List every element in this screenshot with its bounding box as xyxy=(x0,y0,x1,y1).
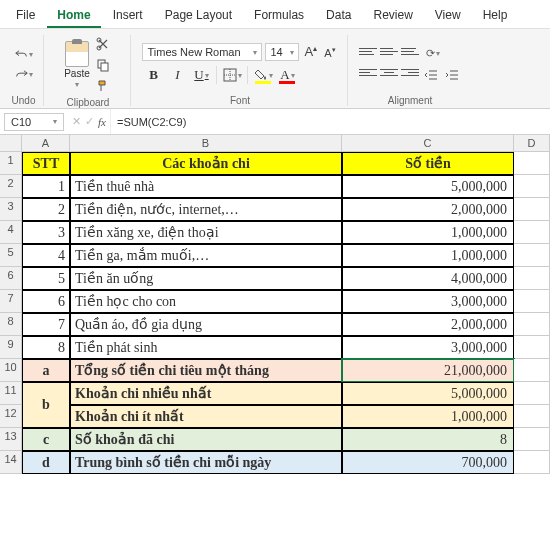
cell-a1[interactable]: STT xyxy=(22,152,70,175)
decrease-indent-icon[interactable] xyxy=(422,66,440,84)
accept-formula-icon[interactable]: ✓ xyxy=(85,115,94,128)
col-header-c[interactable]: C xyxy=(342,135,514,152)
paste-button[interactable]: Paste ▾ xyxy=(64,41,90,89)
cell-b12[interactable]: Khoản chi ít nhất xyxy=(70,405,342,428)
cell-a13[interactable]: c xyxy=(22,428,70,451)
cell-d9[interactable] xyxy=(514,336,550,359)
redo-icon[interactable]: ▾ xyxy=(15,65,33,83)
cell-d5[interactable] xyxy=(514,244,550,267)
cell-b8[interactable]: Quần áo, đồ gia dụng xyxy=(70,313,342,336)
cell-b3[interactable]: Tiền điện, nước, internet,… xyxy=(70,198,342,221)
cell-a10[interactable]: a xyxy=(22,359,70,382)
menu-help[interactable]: Help xyxy=(473,4,518,28)
cell-d2[interactable] xyxy=(514,175,550,198)
cell-a6[interactable]: 5 xyxy=(22,267,70,290)
decrease-font-icon[interactable]: A▾ xyxy=(322,46,337,59)
cell-b1[interactable]: Các khoản chi xyxy=(70,152,342,175)
row-header[interactable]: 10 xyxy=(0,359,22,382)
cell-c13[interactable]: 8 xyxy=(342,428,514,451)
row-header[interactable]: 8 xyxy=(0,313,22,336)
cell-d10[interactable] xyxy=(514,359,550,382)
row-header[interactable]: 6 xyxy=(0,267,22,290)
row-header[interactable]: 14 xyxy=(0,451,22,474)
format-painter-icon[interactable] xyxy=(94,77,112,95)
cell-b7[interactable]: Tiền học cho con xyxy=(70,290,342,313)
cell-d13[interactable] xyxy=(514,428,550,451)
font-size-select[interactable]: 14▾ xyxy=(265,43,299,61)
cancel-formula-icon[interactable]: ✕ xyxy=(72,115,81,128)
cell-c2[interactable]: 5,000,000 xyxy=(342,175,514,198)
cell-d1[interactable] xyxy=(514,152,550,175)
row-header[interactable]: 5 xyxy=(0,244,22,267)
cell-b13[interactable]: Số khoản đã chi xyxy=(70,428,342,451)
cell-a3[interactable]: 2 xyxy=(22,198,70,221)
increase-font-icon[interactable]: A▴ xyxy=(302,44,319,59)
cell-d7[interactable] xyxy=(514,290,550,313)
row-header[interactable]: 1 xyxy=(0,152,22,175)
align-top-icon[interactable] xyxy=(359,45,377,59)
row-header[interactable]: 12 xyxy=(0,405,22,428)
cell-a14[interactable]: d xyxy=(22,451,70,474)
cell-a11[interactable]: b xyxy=(22,382,70,428)
orientation-icon[interactable]: ⟳▾ xyxy=(422,45,444,63)
menu-home[interactable]: Home xyxy=(47,4,100,28)
cell-a4[interactable]: 3 xyxy=(22,221,70,244)
cell-c3[interactable]: 2,000,000 xyxy=(342,198,514,221)
copy-icon[interactable] xyxy=(94,56,112,74)
cell-d11[interactable] xyxy=(514,382,550,405)
cell-a8[interactable]: 7 xyxy=(22,313,70,336)
cell-c7[interactable]: 3,000,000 xyxy=(342,290,514,313)
row-header[interactable]: 11 xyxy=(0,382,22,405)
cell-d8[interactable] xyxy=(514,313,550,336)
cell-c5[interactable]: 1,000,000 xyxy=(342,244,514,267)
font-name-select[interactable]: Times New Roman▾ xyxy=(142,43,262,61)
fill-color-button[interactable]: ▾ xyxy=(252,65,274,85)
cell-b9[interactable]: Tiền phát sinh xyxy=(70,336,342,359)
align-center-icon[interactable] xyxy=(380,66,398,80)
increase-indent-icon[interactable] xyxy=(443,66,461,84)
align-bottom-icon[interactable] xyxy=(401,45,419,59)
underline-button[interactable]: U▾ xyxy=(190,65,212,85)
row-header[interactable]: 4 xyxy=(0,221,22,244)
bold-button[interactable]: B xyxy=(142,65,164,85)
row-header[interactable]: 3 xyxy=(0,198,22,221)
cell-c9[interactable]: 3,000,000 xyxy=(342,336,514,359)
italic-button[interactable]: I xyxy=(166,65,188,85)
cell-d4[interactable] xyxy=(514,221,550,244)
menu-file[interactable]: File xyxy=(6,4,45,28)
cell-a2[interactable]: 1 xyxy=(22,175,70,198)
cell-c11[interactable]: 5,000,000 xyxy=(342,382,514,405)
cell-d14[interactable] xyxy=(514,451,550,474)
name-box[interactable]: C10▾ xyxy=(4,113,64,131)
cell-c6[interactable]: 4,000,000 xyxy=(342,267,514,290)
cell-a9[interactable]: 8 xyxy=(22,336,70,359)
cell-d3[interactable] xyxy=(514,198,550,221)
row-header[interactable]: 2 xyxy=(0,175,22,198)
cell-c10[interactable]: 21,000,000 xyxy=(342,359,514,382)
cell-a5[interactable]: 4 xyxy=(22,244,70,267)
fx-icon[interactable]: fx xyxy=(98,116,106,128)
undo-icon[interactable]: ▾ xyxy=(15,45,33,63)
cell-b4[interactable]: Tiền xăng xe, điện thoại xyxy=(70,221,342,244)
border-button[interactable]: ▾ xyxy=(221,65,243,85)
cell-b5[interactable]: Tiền ga, mắm muối,… xyxy=(70,244,342,267)
row-header[interactable]: 9 xyxy=(0,336,22,359)
menu-insert[interactable]: Insert xyxy=(103,4,153,28)
cell-c1[interactable]: Số tiền xyxy=(342,152,514,175)
formula-input[interactable]: =SUM(C2:C9) xyxy=(110,109,550,134)
col-header-b[interactable]: B xyxy=(70,135,342,152)
col-header-d[interactable]: D xyxy=(514,135,550,152)
cell-d12[interactable] xyxy=(514,405,550,428)
menu-view[interactable]: View xyxy=(425,4,471,28)
cell-b2[interactable]: Tiền thuê nhà xyxy=(70,175,342,198)
menu-review[interactable]: Review xyxy=(363,4,422,28)
cell-b14[interactable]: Trung bình số tiền chi mỗi ngày xyxy=(70,451,342,474)
col-header-a[interactable]: A xyxy=(22,135,70,152)
cell-a7[interactable]: 6 xyxy=(22,290,70,313)
row-header[interactable]: 7 xyxy=(0,290,22,313)
cell-c12[interactable]: 1,000,000 xyxy=(342,405,514,428)
align-right-icon[interactable] xyxy=(401,66,419,80)
cell-c4[interactable]: 1,000,000 xyxy=(342,221,514,244)
cell-b10[interactable]: Tổng số tiền chi tiêu một tháng xyxy=(70,359,342,382)
cell-c14[interactable]: 700,000 xyxy=(342,451,514,474)
